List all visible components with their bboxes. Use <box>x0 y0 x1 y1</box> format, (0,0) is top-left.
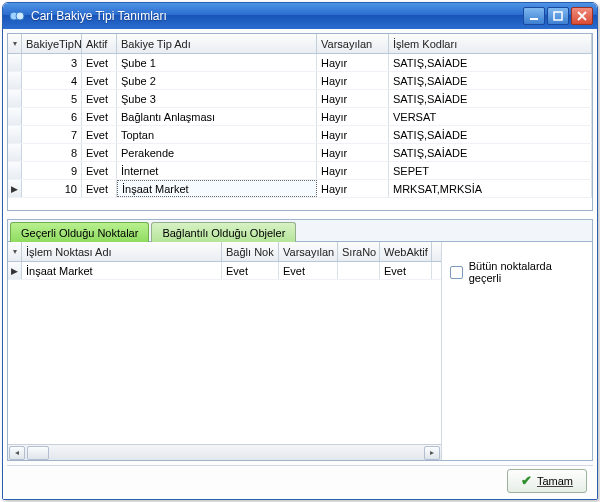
table-row[interactable]: ▶İnşaat MarketEvetEvetEvet <box>8 262 441 280</box>
cell[interactable]: İnternet <box>117 162 317 179</box>
detail-grid-body[interactable]: ▶İnşaat MarketEvetEvetEvet <box>8 262 441 444</box>
splitter[interactable] <box>7 211 593 219</box>
col-kod[interactable]: İşlem Kodları <box>389 34 592 53</box>
minimize-button[interactable] <box>523 7 545 25</box>
cell[interactable]: Toptan <box>117 126 317 143</box>
row-indicator <box>8 54 22 71</box>
cell[interactable]: 7 <box>22 126 82 143</box>
cell[interactable]: SEPET <box>389 162 592 179</box>
col-aktif[interactable]: Aktif <box>82 34 117 53</box>
detail-row-selector-header[interactable]: ▾ <box>8 242 22 261</box>
cell[interactable]: Hayır <box>317 180 389 197</box>
tab-valid-points[interactable]: Geçerli Olduğu Noktalar <box>10 222 149 242</box>
cell[interactable]: 6 <box>22 108 82 125</box>
cell[interactable]: 5 <box>22 90 82 107</box>
cell[interactable]: 8 <box>22 144 82 161</box>
tab-linked-objects[interactable]: Bağlantılı Olduğu Objeler <box>151 222 296 242</box>
cell[interactable]: Evet <box>82 126 117 143</box>
dcol-vars[interactable]: Varsayılan <box>279 242 338 261</box>
col-ad[interactable]: Bakiye Tip Adı <box>117 34 317 53</box>
ok-button[interactable]: ✔ Tamam <box>507 469 587 493</box>
detail-panel: Geçerli Olduğu Noktalar Bağlantılı Olduğ… <box>7 219 593 461</box>
cell[interactable]: İnşaat Market <box>22 262 222 279</box>
cell[interactable]: Hayır <box>317 72 389 89</box>
cell[interactable]: Evet <box>82 144 117 161</box>
cell[interactable]: Evet <box>82 54 117 71</box>
cell[interactable]: 10 <box>22 180 82 197</box>
tab-strip: Geçerli Olduğu Noktalar Bağlantılı Olduğ… <box>8 220 592 242</box>
cell[interactable]: Hayır <box>317 144 389 161</box>
table-row[interactable]: 7EvetToptanHayırSATIŞ,SAİADE <box>8 126 592 144</box>
scroll-left-icon[interactable]: ◂ <box>9 446 25 460</box>
scroll-thumb[interactable] <box>27 446 49 460</box>
cell[interactable]: SATIŞ,SAİADE <box>389 144 592 161</box>
cell[interactable]: Hayır <box>317 54 389 71</box>
row-indicator: ▶ <box>8 262 22 279</box>
detail-grid[interactable]: ▾ İşlem Noktası Adı Bağlı Nok Varsayılan… <box>8 242 442 460</box>
ok-label: Tamam <box>537 475 573 487</box>
cell[interactable]: VERSAT <box>389 108 592 125</box>
col-vars[interactable]: Varsayılan <box>317 34 389 53</box>
dcol-sira[interactable]: SıraNo <box>338 242 380 261</box>
cell[interactable]: Hayır <box>317 126 389 143</box>
cell[interactable]: SATIŞ,SAİADE <box>389 54 592 71</box>
maximize-button[interactable] <box>547 7 569 25</box>
cell[interactable] <box>338 262 380 279</box>
cell[interactable]: 4 <box>22 72 82 89</box>
tab-content: ▾ İşlem Noktası Adı Bağlı Nok Varsayılan… <box>8 242 592 460</box>
titlebar[interactable]: Cari Bakiye Tipi Tanımları <box>3 3 597 29</box>
close-button[interactable] <box>571 7 593 25</box>
scroll-right-icon[interactable]: ▸ <box>424 446 440 460</box>
cell[interactable]: SATIŞ,SAİADE <box>389 126 592 143</box>
cell[interactable]: Evet <box>82 180 117 197</box>
cell[interactable]: Şube 3 <box>117 90 317 107</box>
row-indicator <box>8 126 22 143</box>
cell[interactable]: Perakende <box>117 144 317 161</box>
detail-hscrollbar[interactable]: ◂ ▸ <box>8 444 441 460</box>
cell[interactable]: Evet <box>380 262 432 279</box>
table-row[interactable]: 6EvetBağlantı AnlaşmasıHayırVERSAT <box>8 108 592 126</box>
cell[interactable]: Hayır <box>317 90 389 107</box>
grid-body[interactable]: 3EvetŞube 1HayırSATIŞ,SAİADE4EvetŞube 2H… <box>8 54 592 210</box>
cell[interactable]: Şube 1 <box>117 54 317 71</box>
table-row[interactable]: 3EvetŞube 1HayırSATIŞ,SAİADE <box>8 54 592 72</box>
cell[interactable]: 3 <box>22 54 82 71</box>
dcol-bagli[interactable]: Bağlı Nok <box>222 242 279 261</box>
cell[interactable]: Evet <box>82 162 117 179</box>
cell[interactable]: Evet <box>82 72 117 89</box>
cell[interactable]: Evet <box>279 262 338 279</box>
cell[interactable]: Şube 2 <box>117 72 317 89</box>
cell[interactable]: Evet <box>82 108 117 125</box>
all-points-checkbox-row[interactable]: Bütün noktalarda geçerli <box>450 260 584 284</box>
cell[interactable]: Bağlantı Anlaşması <box>117 108 317 125</box>
cell[interactable]: Hayır <box>317 162 389 179</box>
table-row[interactable]: 5EvetŞube 3HayırSATIŞ,SAİADE <box>8 90 592 108</box>
cell[interactable]: MRKSAT,MRKSİA <box>389 180 592 197</box>
checkbox-icon[interactable] <box>450 266 463 279</box>
row-indicator <box>8 108 22 125</box>
cell[interactable]: SATIŞ,SAİADE <box>389 90 592 107</box>
cell[interactable]: Evet <box>82 90 117 107</box>
cell[interactable]: SATIŞ,SAİADE <box>389 72 592 89</box>
footer: ✔ Tamam <box>7 465 593 495</box>
table-row[interactable]: 8EvetPerakendeHayırSATIŞ,SAİADE <box>8 144 592 162</box>
cell[interactable]: Hayır <box>317 108 389 125</box>
table-row[interactable]: 4EvetŞube 2HayırSATIŞ,SAİADE <box>8 72 592 90</box>
all-points-label: Bütün noktalarda geçerli <box>469 260 584 284</box>
side-options: Bütün noktalarda geçerli <box>442 242 592 460</box>
cell[interactable]: Evet <box>222 262 279 279</box>
grid-header: ▾ BakiyeTipNo Aktif Bakiye Tip Adı Varsa… <box>8 34 592 54</box>
balance-type-grid[interactable]: ▾ BakiyeTipNo Aktif Bakiye Tip Adı Varsa… <box>7 33 593 211</box>
row-indicator <box>8 144 22 161</box>
dcol-ad[interactable]: İşlem Noktası Adı <box>22 242 222 261</box>
row-selector-header[interactable]: ▾ <box>8 34 22 53</box>
row-indicator: ▶ <box>8 180 22 197</box>
dcol-web[interactable]: WebAktif <box>380 242 432 261</box>
svg-point-1 <box>16 12 24 20</box>
col-no[interactable]: BakiyeTipNo <box>22 34 82 53</box>
cell[interactable]: 9 <box>22 162 82 179</box>
table-row[interactable]: 9EvetİnternetHayırSEPET <box>8 162 592 180</box>
cell[interactable]: İnşaat Market <box>117 180 317 197</box>
table-row[interactable]: ▶10Evetİnşaat MarketHayırMRKSAT,MRKSİA <box>8 180 592 198</box>
row-indicator <box>8 162 22 179</box>
